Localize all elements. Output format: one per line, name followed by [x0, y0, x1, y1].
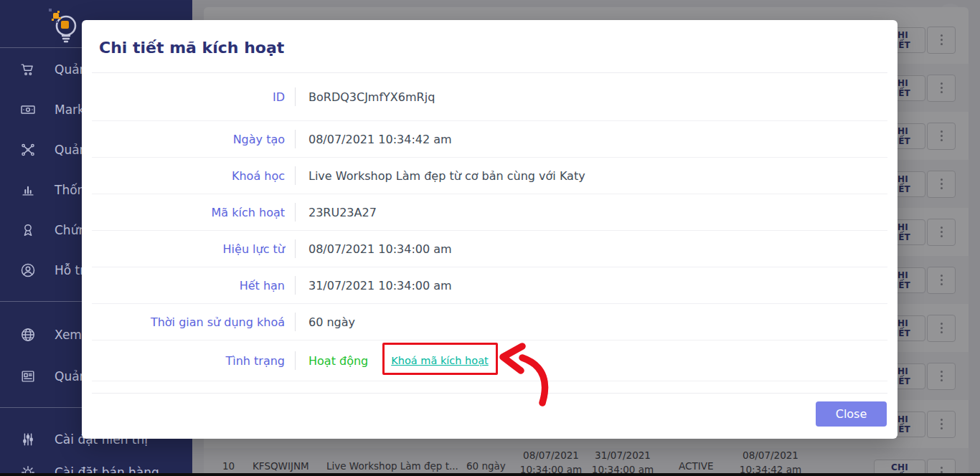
app-root: Quản Marke Quản Thống Chứng: [0, 0, 980, 476]
network-icon: [20, 142, 36, 158]
modal-body: ID BoRDQ3CJmfYX6mRjq Ngày tạo 08/07/2021…: [92, 73, 887, 381]
detail-row-expires: Hết hạn 31/07/2021 10:34:00 am: [92, 267, 887, 304]
detail-label: Ngày tạo: [92, 133, 285, 146]
sliders-icon: [20, 432, 36, 447]
field-separator: [295, 130, 296, 148]
detail-value: Live Workshop Làm đẹp từ cơ bản cùng với…: [308, 169, 585, 183]
detail-label: ID: [92, 90, 285, 104]
globe-icon: [20, 327, 36, 343]
detail-row-code: Mã kích hoạt 23RU23A27: [92, 194, 887, 231]
money-icon: [20, 102, 36, 118]
detail-value: 08/07/2021 10:34:00 am: [308, 242, 452, 256]
detail-label: Hết hạn: [92, 279, 285, 292]
field-separator: [295, 276, 296, 295]
red-highlight-box: [382, 343, 498, 375]
field-separator: [295, 239, 296, 258]
modal-title: Chi tiết mã kích hoạt: [82, 20, 897, 57]
detail-row-duration: Thời gian sử dụng khoá 60 ngày: [92, 304, 887, 341]
modal-footer-divider: [92, 393, 887, 394]
lightbulb-logo-icon[interactable]: [42, 3, 88, 47]
detail-row-valid-from: Hiệu lực từ 08/07/2021 10:34:00 am: [92, 231, 887, 267]
close-button[interactable]: Close: [816, 401, 887, 427]
detail-label: Hiệu lực từ: [92, 242, 285, 256]
newspaper-icon: [20, 368, 36, 384]
bar-chart-icon: [20, 182, 36, 198]
detail-row-id: ID BoRDQ3CJmfYX6mRjq: [92, 73, 887, 121]
detail-value: 23RU23A27: [308, 206, 377, 219]
detail-label: Thời gian sử dụng khoá: [92, 315, 285, 329]
red-arrow-annotation: [495, 338, 552, 413]
detail-value: 31/07/2021 10:34:00 am: [308, 279, 452, 292]
medal-icon: [20, 222, 36, 238]
detail-row-created: Ngày tạo 08/07/2021 10:34:42 am: [92, 121, 887, 158]
detail-label: Tình trạng: [92, 354, 285, 368]
detail-value: 08/07/2021 10:34:42 am: [308, 133, 452, 146]
field-separator: [295, 87, 296, 106]
detail-row-course: Khoá học Live Workshop Làm đẹp từ cơ bản…: [92, 158, 887, 194]
field-separator: [295, 351, 296, 370]
cart-icon: [20, 62, 36, 77]
user-icon: [20, 262, 36, 278]
detail-label: Mã kích hoạt: [92, 206, 285, 219]
activation-code-detail-modal: Chi tiết mã kích hoạt ID BoRDQ3CJmfYX6mR…: [82, 20, 897, 439]
detail-value: BoRDQ3CJmfYX6mRjq: [308, 90, 435, 104]
detail-value: 60 ngày: [308, 315, 355, 329]
window-bottom-edge: [0, 473, 980, 476]
field-separator: [295, 203, 296, 222]
detail-label: Khoá học: [92, 169, 285, 183]
field-separator: [295, 313, 296, 331]
field-separator: [295, 166, 296, 185]
status-value: Hoạt động: [308, 354, 368, 368]
